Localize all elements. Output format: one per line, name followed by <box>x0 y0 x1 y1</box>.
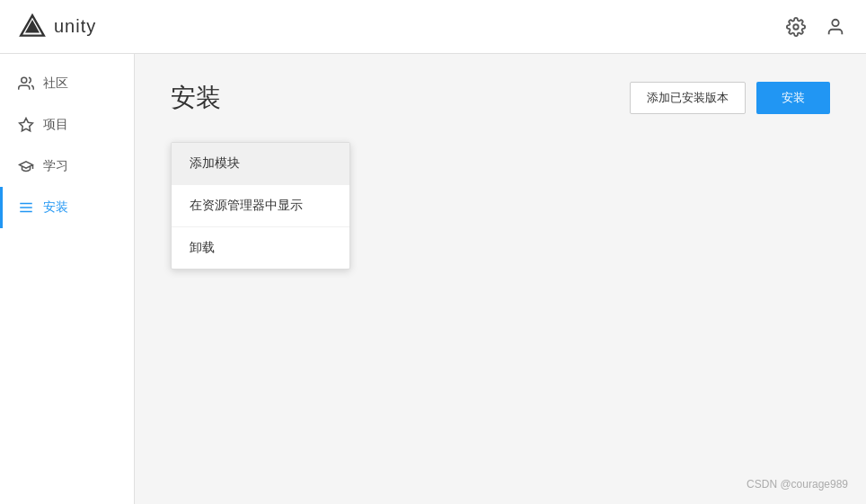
header: unity <box>0 0 866 54</box>
sidebar-label-projects: 项目 <box>43 117 68 133</box>
learn-icon <box>18 158 34 174</box>
unity-logo: unity <box>18 13 96 41</box>
header-left: unity <box>18 13 96 41</box>
svg-marker-5 <box>20 119 33 131</box>
sidebar-item-learn[interactable]: 学习 <box>0 146 134 187</box>
page-actions: 添加已安装版本 安装 <box>630 82 830 114</box>
header-right <box>783 14 848 40</box>
sidebar-item-community[interactable]: 社区 <box>0 63 134 104</box>
context-menu-label-add-module: 添加模块 <box>190 155 240 170</box>
context-menu-item-uninstall[interactable]: 卸载 <box>172 227 349 269</box>
user-icon[interactable] <box>823 14 848 40</box>
install-icon <box>18 199 34 216</box>
project-icon <box>18 117 34 133</box>
page-title: 安装 <box>171 81 221 115</box>
sidebar: 社区 项目 学习 <box>0 54 135 504</box>
main-content: 安装 添加已安装版本 安装 添加模块 在资源管理器中显示 卸载 CSDN @co… <box>135 54 866 504</box>
layout: 社区 项目 学习 <box>0 54 866 504</box>
page-header: 安装 添加已安装版本 安装 <box>171 81 830 115</box>
context-menu-label-uninstall: 卸载 <box>190 240 215 254</box>
watermark-text: CSDN @courage989 <box>747 478 848 491</box>
context-menu-item-show-explorer[interactable]: 在资源管理器中显示 <box>172 185 349 227</box>
sidebar-item-projects[interactable]: 项目 <box>0 104 134 146</box>
install-button[interactable]: 安装 <box>756 82 830 114</box>
add-installed-button[interactable]: 添加已安装版本 <box>630 82 746 114</box>
sidebar-item-install[interactable]: 安装 <box>0 187 134 228</box>
svg-point-3 <box>832 19 838 25</box>
sidebar-label-community: 社区 <box>43 75 68 92</box>
unity-logo-text: unity <box>54 16 96 37</box>
community-icon <box>18 75 34 92</box>
watermark: CSDN @courage989 <box>747 478 848 491</box>
sidebar-label-install: 安装 <box>43 199 68 216</box>
svg-point-4 <box>22 77 27 83</box>
sidebar-label-learn: 学习 <box>43 158 68 174</box>
gear-icon[interactable] <box>783 14 809 40</box>
context-menu: 添加模块 在资源管理器中显示 卸载 <box>171 142 350 270</box>
svg-point-2 <box>793 24 799 30</box>
unity-logo-icon <box>18 13 47 41</box>
context-menu-item-add-module[interactable]: 添加模块 <box>172 143 349 185</box>
context-menu-label-show-explorer: 在资源管理器中显示 <box>190 198 303 212</box>
